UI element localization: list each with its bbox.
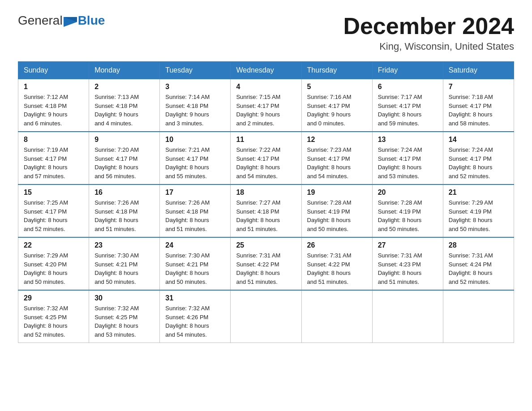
daylight-text: Daylight: 9 hours [236,111,280,118]
calendar-cell: 7Sunrise: 7:18 AMSunset: 4:17 PMDaylight… [443,79,514,132]
calendar-cell: 4Sunrise: 7:15 AMSunset: 4:17 PMDaylight… [231,79,301,132]
sunrise-text: Sunrise: 7:32 AM [24,305,68,312]
sunset-text: Sunset: 4:26 PM [165,314,208,321]
calendar-cell: 14Sunrise: 7:24 AMSunset: 4:17 PMDayligh… [443,132,514,184]
sunset-text: Sunset: 4:17 PM [236,103,279,109]
calendar-cell: 30Sunrise: 7:32 AMSunset: 4:25 PMDayligh… [89,290,160,343]
daylight-text: Daylight: 9 hours [94,111,138,118]
calendar-cell: 29Sunrise: 7:32 AMSunset: 4:25 PMDayligh… [18,290,89,343]
sunrise-text: Sunrise: 7:28 AM [307,199,352,206]
calendar-cell: 1Sunrise: 7:12 AMSunset: 4:18 PMDaylight… [18,79,89,132]
sunrise-text: Sunrise: 7:24 AM [378,146,422,153]
sunset-text: Sunset: 4:17 PM [236,155,279,162]
sunset-text: Sunset: 4:18 PM [24,103,67,109]
sunrise-text: Sunrise: 7:29 AM [449,199,493,206]
day-number: 23 [94,241,154,249]
daylight-text: Daylight: 8 hours [94,217,138,223]
daylight-text: Daylight: 8 hours [24,322,68,329]
day-info: Sunrise: 7:30 AMSunset: 4:21 PMDaylight:… [94,251,154,286]
title-area: December 2024 King, Wisconsin, United St… [343,13,514,52]
daylight-text: Daylight: 8 hours [236,217,280,223]
day-number: 17 [165,188,225,197]
logo: General Blue [18,13,105,28]
sunset-text: Sunset: 4:23 PM [378,261,421,268]
sunset-text: Sunset: 4:25 PM [94,314,137,321]
calendar-cell: 24Sunrise: 7:30 AMSunset: 4:21 PMDayligh… [160,237,231,290]
sunrise-text: Sunrise: 7:31 AM [307,252,352,259]
calendar-cell: 19Sunrise: 7:28 AMSunset: 4:19 PMDayligh… [301,184,372,237]
sunset-text: Sunset: 4:19 PM [378,208,421,215]
daylight-minutes-text: and 52 minutes. [449,173,490,180]
weekday-header-tuesday: Tuesday [160,62,231,79]
sunrise-text: Sunrise: 7:32 AM [94,305,139,312]
calendar-cell [443,290,514,343]
calendar-cell: 31Sunrise: 7:32 AMSunset: 4:26 PMDayligh… [160,290,231,343]
daylight-text: Daylight: 8 hours [165,164,209,171]
calendar-week-row-1: 1Sunrise: 7:12 AMSunset: 4:18 PMDaylight… [18,79,514,132]
daylight-text: Daylight: 8 hours [307,164,351,171]
sunset-text: Sunset: 4:19 PM [307,208,350,215]
sunrise-text: Sunrise: 7:31 AM [236,252,280,259]
calendar-cell: 3Sunrise: 7:14 AMSunset: 4:18 PMDaylight… [160,79,231,132]
day-number: 27 [378,241,438,249]
calendar-week-row-3: 15Sunrise: 7:25 AMSunset: 4:17 PMDayligh… [18,184,514,237]
day-info: Sunrise: 7:19 AMSunset: 4:17 PMDaylight:… [24,146,83,180]
weekday-header-saturday: Saturday [443,62,514,79]
logo-flag-icon [64,16,77,26]
day-info: Sunrise: 7:20 AMSunset: 4:17 PMDaylight:… [94,146,154,180]
day-info: Sunrise: 7:31 AMSunset: 4:24 PMDaylight:… [449,251,508,286]
day-info: Sunrise: 7:25 AMSunset: 4:17 PMDaylight:… [24,198,83,233]
day-info: Sunrise: 7:29 AMSunset: 4:20 PMDaylight:… [24,251,83,286]
calendar-week-row-2: 8Sunrise: 7:19 AMSunset: 4:17 PMDaylight… [18,132,514,184]
day-number: 25 [236,241,296,249]
sunset-text: Sunset: 4:25 PM [24,314,67,321]
sunset-text: Sunset: 4:17 PM [378,103,421,109]
logo-blue-text: Blue [78,13,105,28]
day-info: Sunrise: 7:31 AMSunset: 4:22 PMDaylight:… [307,251,367,286]
daylight-text: Daylight: 8 hours [378,270,422,276]
calendar-week-row-4: 22Sunrise: 7:29 AMSunset: 4:20 PMDayligh… [18,237,514,290]
daylight-minutes-text: and 2 minutes. [236,120,274,127]
daylight-minutes-text: and 57 minutes. [24,173,65,180]
daylight-text: Daylight: 8 hours [307,217,351,223]
calendar-cell: 25Sunrise: 7:31 AMSunset: 4:22 PMDayligh… [231,237,301,290]
sunset-text: Sunset: 4:17 PM [307,155,350,162]
day-number: 3 [165,83,225,91]
daylight-text: Daylight: 8 hours [165,217,209,223]
day-number: 7 [449,83,508,91]
daylight-minutes-text: and 51 minutes. [378,278,420,285]
sunrise-text: Sunrise: 7:28 AM [378,199,422,206]
day-number: 14 [449,136,508,144]
daylight-text: Daylight: 8 hours [236,164,280,171]
sunset-text: Sunset: 4:18 PM [236,208,279,215]
day-number: 29 [24,294,83,302]
daylight-minutes-text: and 53 minutes. [94,331,136,338]
daylight-minutes-text: and 50 minutes. [24,278,65,285]
day-info: Sunrise: 7:23 AMSunset: 4:17 PMDaylight:… [307,146,367,180]
day-info: Sunrise: 7:16 AMSunset: 4:17 PMDaylight:… [307,93,367,128]
sunset-text: Sunset: 4:19 PM [449,208,492,215]
calendar-cell: 20Sunrise: 7:28 AMSunset: 4:19 PMDayligh… [372,184,443,237]
weekday-header-row: SundayMondayTuesdayWednesdayThursdayFrid… [18,62,514,79]
sunrise-text: Sunrise: 7:19 AM [24,146,68,153]
sunset-text: Sunset: 4:17 PM [94,155,137,162]
day-number: 8 [24,136,83,144]
sunrise-text: Sunrise: 7:22 AM [236,146,280,153]
daylight-minutes-text: and 51 minutes. [236,278,278,285]
daylight-text: Daylight: 8 hours [94,164,138,171]
daylight-minutes-text: and 54 minutes. [236,173,278,180]
calendar-cell: 27Sunrise: 7:31 AMSunset: 4:23 PMDayligh… [372,237,443,290]
daylight-minutes-text: and 52 minutes. [24,331,65,338]
location-subtitle: King, Wisconsin, United States [343,41,514,52]
calendar-cell: 11Sunrise: 7:22 AMSunset: 4:17 PMDayligh… [231,132,301,184]
day-number: 22 [24,241,83,249]
day-info: Sunrise: 7:22 AMSunset: 4:17 PMDaylight:… [236,146,296,180]
day-number: 9 [94,136,154,144]
sunrise-text: Sunrise: 7:21 AM [165,146,210,153]
sunset-text: Sunset: 4:17 PM [307,103,350,109]
daylight-text: Daylight: 8 hours [165,322,209,329]
daylight-minutes-text: and 51 minutes. [165,226,207,232]
sunset-text: Sunset: 4:20 PM [24,261,67,268]
sunrise-text: Sunrise: 7:18 AM [449,94,493,100]
day-number: 18 [236,188,296,197]
